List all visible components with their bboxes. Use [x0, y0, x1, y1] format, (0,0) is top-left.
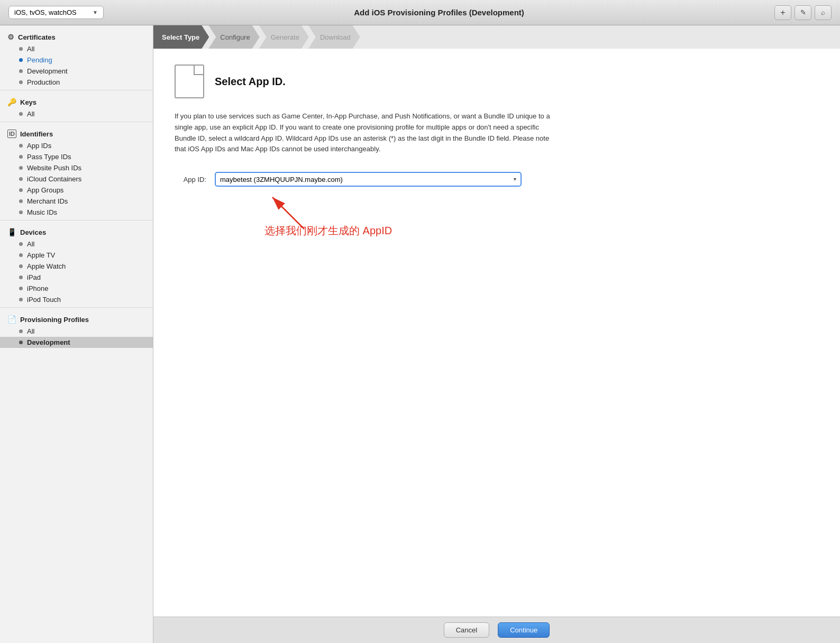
sidebar-item-appgroups[interactable]: App Groups: [0, 185, 153, 196]
app-id-label: App ID:: [175, 176, 206, 183]
steps-bar: Select Type Configure Generate Download: [153, 25, 840, 49]
cancel-button[interactable]: Cancel: [444, 622, 489, 638]
sidebar-item-label: Apple TV: [27, 251, 55, 259]
dot-icon: [19, 287, 23, 290]
dot-icon: [19, 47, 23, 51]
dot-icon: [19, 155, 23, 159]
identifiers-icon: ID: [7, 130, 16, 138]
sidebar-item-iphone[interactable]: iPhone: [0, 283, 153, 294]
certificates-icon: ⚙: [7, 33, 14, 41]
step-select-type: Select Type: [153, 25, 209, 49]
dot-icon: [19, 112, 23, 116]
sidebar-item-cert-pending[interactable]: Pending: [0, 54, 153, 66]
annotation-container: 选择我们刚才生成的 AppID: [175, 197, 819, 261]
sidebar-item-icloudcontainers[interactable]: iCloud Containers: [0, 173, 153, 185]
search-button[interactable]: ⌕: [815, 5, 832, 20]
keys-icon: 🔑: [7, 98, 16, 106]
content-area: Select Type Configure Generate Download …: [153, 25, 840, 643]
sidebar-item-label: iPad: [27, 273, 41, 281]
title-bar-actions: + ✎ ⌕: [774, 5, 832, 20]
sidebar-header-identifiers: ID Identifiers: [0, 127, 153, 140]
sidebar-item-label: All: [27, 327, 34, 335]
sidebar-item-keys-all[interactable]: All: [0, 108, 153, 120]
dot-icon: [19, 341, 23, 344]
dot-icon: [19, 199, 23, 203]
continue-button[interactable]: Continue: [498, 622, 550, 638]
sidebar-item-prov-all[interactable]: All: [0, 326, 153, 337]
sidebar-item-merchantids[interactable]: Merchant IDs: [0, 196, 153, 207]
platform-dropdown[interactable]: iOS, tvOS, watchOS ▼: [8, 6, 104, 19]
sidebar-item-appletv[interactable]: Apple TV: [0, 250, 153, 261]
dot-icon: [19, 188, 23, 192]
dot-icon: [19, 58, 23, 62]
sidebar-item-passtypeids[interactable]: Pass Type IDs: [0, 151, 153, 162]
dot-icon: [19, 253, 23, 257]
annotation-text: 选择我们刚才生成的 AppID: [264, 224, 392, 238]
dropdown-arrow-icon: ▼: [93, 10, 98, 15]
sidebar-item-musicids[interactable]: Music IDs: [0, 207, 153, 218]
sidebar-item-prov-development[interactable]: Development: [0, 337, 153, 348]
step-label: Generate: [271, 33, 299, 41]
dot-icon: [19, 242, 23, 246]
panel-header: Select App ID.: [175, 65, 819, 98]
bottom-bar: Cancel Continue: [153, 617, 840, 643]
title-bar: iOS, tvOS, watchOS ▼ Add iOS Provisionin…: [0, 0, 840, 25]
dot-icon: [19, 69, 23, 73]
sidebar-section-keys: 🔑 Keys All: [0, 90, 153, 122]
sidebar-section-provisioning: 📄 Provisioning Profiles All Development: [0, 308, 153, 350]
provisioning-icon: 📄: [7, 315, 16, 324]
sidebar-item-devices-all[interactable]: All: [0, 238, 153, 250]
sidebar-item-label: Music IDs: [27, 208, 57, 216]
sidebar-item-ipodtouch[interactable]: iPod Touch: [0, 294, 153, 305]
sidebar-item-cert-production[interactable]: Production: [0, 77, 153, 88]
description-text: If you plan to use services such as Game…: [175, 111, 555, 155]
dot-icon: [19, 298, 23, 301]
sidebar-item-label: Apple Watch: [27, 262, 66, 270]
edit-button[interactable]: ✎: [795, 5, 811, 20]
app-id-row: App ID: maybetest (3ZMHQUUPJN.maybe.com): [175, 172, 819, 187]
sidebar-item-label: App IDs: [27, 142, 51, 150]
sidebar-item-label: Production: [27, 78, 60, 86]
app-id-select[interactable]: maybetest (3ZMHQUUPJN.maybe.com): [215, 172, 522, 187]
dot-icon: [19, 166, 23, 170]
devices-icon: 📱: [7, 228, 16, 236]
dot-icon: [19, 80, 23, 84]
keys-label: Keys: [20, 98, 36, 106]
sidebar-item-ipad[interactable]: iPad: [0, 272, 153, 283]
window-title: Add iOS Provisioning Profiles (Developme…: [104, 8, 774, 17]
sidebar-section-certificates: ⚙ Certificates All Pending Development P…: [0, 25, 153, 90]
certificates-label: Certificates: [18, 33, 56, 41]
devices-label: Devices: [20, 228, 46, 236]
sidebar: ⚙ Certificates All Pending Development P…: [0, 25, 153, 643]
sidebar-item-label: iPod Touch: [27, 296, 61, 304]
sidebar-item-label: iCloud Containers: [27, 175, 81, 183]
step-label: Configure: [220, 33, 250, 41]
add-button[interactable]: +: [774, 5, 791, 20]
platform-dropdown-value: iOS, tvOS, watchOS: [14, 8, 77, 16]
sidebar-item-cert-all[interactable]: All: [0, 43, 153, 54]
sidebar-item-label: All: [27, 45, 34, 53]
dot-icon: [19, 275, 23, 279]
step-label: Download: [320, 33, 351, 41]
sidebar-item-applewatch[interactable]: Apple Watch: [0, 261, 153, 272]
step-label: Select Type: [162, 33, 199, 41]
sidebar-item-label: All: [27, 110, 34, 118]
sidebar-section-identifiers: ID Identifiers App IDs Pass Type IDs Web…: [0, 122, 153, 221]
sidebar-item-label: Development: [27, 338, 70, 346]
edit-icon: ✎: [800, 8, 806, 16]
sidebar-item-label: Development: [27, 67, 68, 75]
sidebar-item-websitepushids[interactable]: Website Push IDs: [0, 162, 153, 173]
sidebar-item-appids[interactable]: App IDs: [0, 140, 153, 151]
dot-icon: [19, 264, 23, 268]
title-bar-left: iOS, tvOS, watchOS ▼: [8, 6, 104, 19]
sidebar-header-provisioning: 📄 Provisioning Profiles: [0, 313, 153, 326]
sidebar-item-label: App Groups: [27, 186, 63, 194]
content-panel: Select App ID. If you plan to use servic…: [153, 49, 840, 617]
app-id-select-wrapper[interactable]: maybetest (3ZMHQUUPJN.maybe.com): [215, 172, 522, 187]
dot-icon: [19, 329, 23, 333]
sidebar-header-devices: 📱 Devices: [0, 226, 153, 238]
step-generate: Generate: [259, 25, 309, 49]
sidebar-item-label: iPhone: [27, 284, 48, 292]
sidebar-item-cert-development[interactable]: Development: [0, 66, 153, 77]
sidebar-header-keys: 🔑 Keys: [0, 96, 153, 108]
